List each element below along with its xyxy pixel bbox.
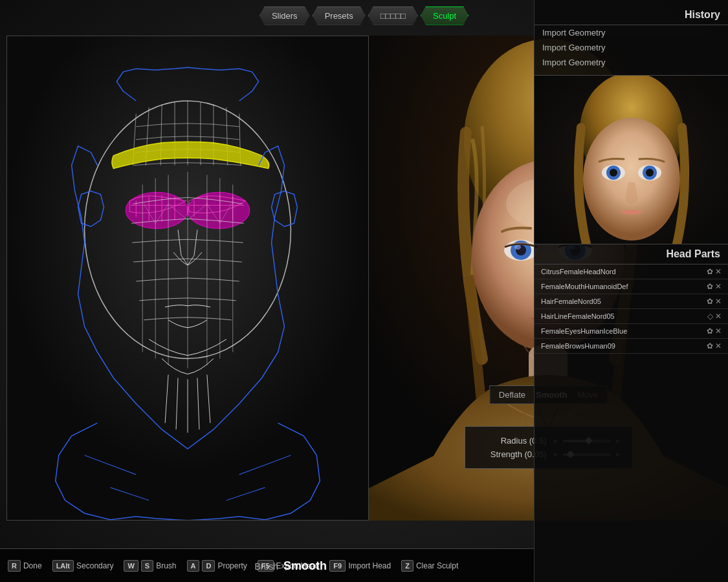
brush-name: Smooth: [283, 559, 327, 573]
key-w: W: [124, 560, 138, 572]
top-tab-bar: Sliders Presets □□□□□ Sculpt: [0, 0, 728, 31]
key-f9: F9: [329, 560, 346, 572]
key-a: A: [187, 560, 200, 572]
hint-import: F9 Import Head: [329, 560, 391, 572]
head-part-5[interactable]: FemaleBrowsHuman09 ✿ ✕: [535, 339, 728, 354]
inflate-btn[interactable]: Deflate: [499, 390, 525, 400]
viewport-content: [7, 36, 368, 520]
head-parts-section: Head Parts CitrusFemaleHeadNord ✿ ✕ Fema…: [535, 244, 728, 354]
svg-point-62: [583, 118, 680, 241]
hint-brush: W S Brush: [124, 560, 176, 572]
tab-extra[interactable]: □□□□□: [368, 6, 418, 25]
head-part-4[interactable]: FemaleEyesHumanIceBlue ✿ ✕: [535, 324, 728, 339]
hint-done: R Done: [8, 560, 42, 572]
svg-point-65: [610, 169, 617, 177]
label-clear: Clear Sculpt: [416, 561, 458, 570]
head-part-1[interactable]: FemaleMouthHumanoidDef ✿ ✕: [535, 279, 728, 294]
svg-point-68: [646, 169, 654, 177]
hint-secondary: LAlt Secondary: [52, 560, 114, 572]
brush-indicator: Brush Smooth: [254, 559, 327, 573]
key-r: R: [8, 560, 21, 572]
tab-sliders[interactable]: Sliders: [259, 6, 310, 25]
head-part-2[interactable]: HairFemaleNord05 ✿ ✕: [535, 294, 728, 309]
brush-label: Brush: [254, 561, 278, 572]
tab-sculpt[interactable]: Sculpt: [421, 6, 469, 25]
wireframe-svg: [7, 36, 368, 520]
key-lalt: LAlt: [52, 560, 74, 572]
history-item-2[interactable]: Import Geometry: [535, 55, 728, 70]
head-part-3[interactable]: HairLineFemaleNord05 ◇ ✕: [535, 309, 728, 324]
hint-clear: Z Clear Sculpt: [401, 560, 458, 572]
key-s: S: [141, 560, 153, 572]
right-face-preview: [535, 76, 728, 244]
label-secondary: Secondary: [76, 561, 113, 570]
label-property: Property: [217, 561, 247, 570]
key-z: Z: [401, 560, 414, 572]
head-part-0[interactable]: CitrusFemaleHeadNord ✿ ✕: [535, 264, 728, 279]
key-d: D: [202, 560, 215, 572]
label-import: Import Head: [348, 561, 391, 570]
history-item-1[interactable]: Import Geometry: [535, 40, 728, 55]
head-parts-title: Head Parts: [535, 244, 728, 264]
right-panel: History Import Geometry Import Geometry …: [534, 0, 728, 582]
wireframe-viewport[interactable]: [6, 36, 369, 521]
bottom-bar: R Done LAlt Secondary W S Brush A D Prop…: [0, 548, 534, 582]
label-done: Done: [23, 561, 42, 570]
tab-presets[interactable]: Presets: [313, 6, 366, 25]
label-brush: Brush: [156, 561, 176, 570]
hint-property: A D Property: [187, 560, 247, 572]
